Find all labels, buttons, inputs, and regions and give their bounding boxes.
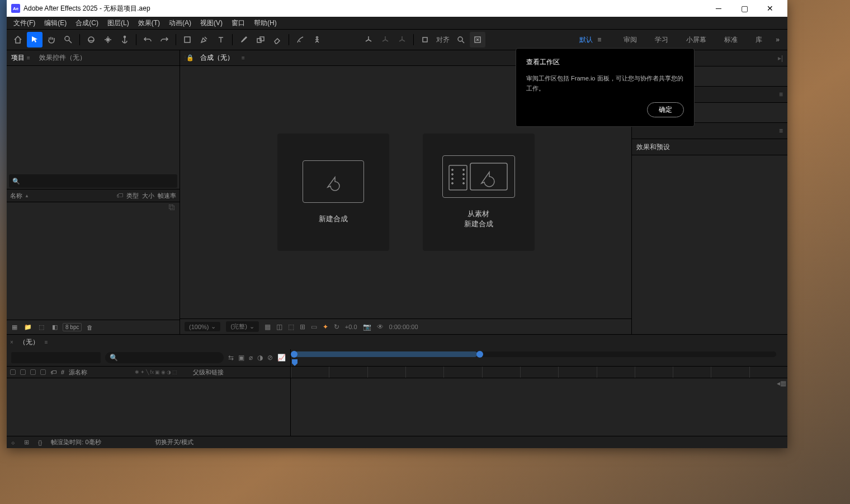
tooltip-ok-button[interactable]: 确定 <box>647 102 684 117</box>
hamburger-icon[interactable]: ≡ <box>593 36 606 44</box>
exposure-value[interactable]: +0.0 <box>345 324 357 330</box>
timecode[interactable]: 0:00:00:00 <box>389 324 418 330</box>
comp-mini-flowchart-icon[interactable]: ⇆ <box>228 354 234 362</box>
workspace-standard[interactable]: 标准 <box>715 30 747 50</box>
home-button[interactable] <box>10 32 26 47</box>
shy-icon[interactable]: ⌀ <box>249 354 253 362</box>
panel-grip-icon[interactable]: ⋮⋮ <box>180 55 185 61</box>
roi-icon[interactable]: ⬚ <box>288 323 294 331</box>
reset-exposure-icon[interactable]: ↻ <box>334 323 339 331</box>
toggle-modes-icon[interactable]: ⊞ <box>24 439 29 446</box>
col-size[interactable]: 大小 <box>142 192 154 200</box>
zoom-tool[interactable] <box>60 32 76 47</box>
menu-file[interactable]: 文件(F) <box>9 17 40 29</box>
eraser-tool[interactable] <box>270 32 285 47</box>
resolution-dropdown[interactable]: (完整) ⌄ <box>226 321 258 332</box>
timeline-layers[interactable] <box>7 378 290 436</box>
label-icon[interactable]: 🏷 <box>116 192 123 199</box>
hamburger-icon[interactable]: ≡ <box>779 127 783 135</box>
zoom-handle-left[interactable] <box>291 351 298 358</box>
playhead-icon[interactable] <box>292 359 298 366</box>
puppet-tool[interactable] <box>309 32 325 47</box>
adjust-icon[interactable]: ◧ <box>49 322 60 332</box>
lock-header-icon[interactable] <box>40 369 46 375</box>
zoom-dropdown[interactable]: (100%) ⌄ <box>185 322 220 331</box>
menu-comp[interactable]: 合成(C) <box>71 17 103 29</box>
3d-axis-view-icon[interactable] <box>394 32 410 47</box>
undo-icon[interactable] <box>140 32 155 47</box>
bpc-indicator[interactable]: 8 bpc <box>63 323 82 331</box>
clone-tool[interactable] <box>253 32 268 47</box>
orbit-tool[interactable] <box>83 32 99 47</box>
hand-tool[interactable] <box>44 32 59 47</box>
workspace-overflow-icon[interactable]: » <box>771 36 784 44</box>
hamburger-icon[interactable]: ≡ <box>779 91 783 98</box>
flowchart-icon[interactable]: ⿻ <box>169 204 175 211</box>
workspace-review[interactable]: 审阅 <box>615 30 646 50</box>
graph-editor-icon[interactable]: 📈 <box>277 354 286 362</box>
guides-icon[interactable]: ▭ <box>311 323 317 331</box>
snap-toggle[interactable] <box>417 32 433 47</box>
text-tool[interactable] <box>213 32 229 47</box>
new-comp-from-footage-card[interactable]: 从素材新建合成 <box>423 134 535 251</box>
grid-icon[interactable]: ⊞ <box>300 323 305 331</box>
menu-effect[interactable]: 效果(T) <box>134 17 164 29</box>
solo-header-icon[interactable] <box>30 369 36 375</box>
toggle-switches-icon[interactable]: ⟐ <box>11 439 15 446</box>
index-header[interactable]: # <box>61 369 64 375</box>
tab-project[interactable]: 项目≡ <box>7 50 35 65</box>
snapshot-icon[interactable]: 📷 <box>363 323 371 331</box>
audio-header-icon[interactable] <box>20 369 26 375</box>
hamburger-icon[interactable]: ≡ <box>238 55 248 61</box>
lock-icon[interactable]: 🔒 <box>185 53 196 63</box>
snapping-extend-icon[interactable] <box>470 32 485 47</box>
close-icon[interactable]: × <box>7 339 17 345</box>
new-comp-icon[interactable]: ⬚ <box>36 322 47 332</box>
window-maximize-button[interactable]: ▢ <box>731 0 757 17</box>
project-item-list[interactable] <box>7 212 180 320</box>
redo-icon[interactable] <box>157 32 172 47</box>
col-type[interactable]: 类型 <box>126 192 139 200</box>
toggle-in-out-icon[interactable]: {} <box>38 439 42 446</box>
mask-toggle-icon[interactable]: ◫ <box>276 323 282 331</box>
marker-bin-icon[interactable]: ◂▦ <box>777 379 786 387</box>
pen-tool[interactable] <box>196 32 212 47</box>
timeline-tab-none[interactable]: （无） <box>17 337 41 347</box>
col-fps[interactable]: 帧速率 <box>158 192 176 200</box>
brush-tool[interactable] <box>236 32 252 47</box>
transparency-grid-icon[interactable]: ▦ <box>265 323 271 331</box>
3d-axis-local-icon[interactable] <box>361 32 376 47</box>
3d-axis-world-icon[interactable] <box>377 32 393 47</box>
timecode-input[interactable] <box>11 352 101 363</box>
menu-window[interactable]: 窗口 <box>227 17 249 29</box>
nav-forward-icon[interactable]: ▸| <box>778 54 783 62</box>
col-source-name[interactable]: 源名称 <box>69 368 130 377</box>
toggle-switches-modes[interactable]: 切换开关/模式 <box>155 438 193 446</box>
window-close-button[interactable]: ✕ <box>757 0 783 17</box>
new-composition-card[interactable]: 新建合成 <box>277 134 389 251</box>
time-ruler[interactable] <box>291 366 787 378</box>
window-minimize-button[interactable]: ─ <box>706 0 731 17</box>
menu-view[interactable]: 视图(V) <box>196 17 227 29</box>
workspace-default[interactable]: 默认≡ <box>570 30 615 50</box>
menu-layer[interactable]: 图层(L) <box>103 17 134 29</box>
hamburger-icon[interactable]: ≡ <box>27 55 30 61</box>
trash-icon[interactable]: 🗑 <box>84 322 95 332</box>
selection-tool[interactable] <box>27 32 42 47</box>
col-parent-link[interactable]: 父级和链接 <box>193 368 224 377</box>
label-header-icon[interactable]: 🏷 <box>50 369 56 375</box>
new-folder-icon[interactable]: 📁 <box>22 322 34 332</box>
timeline-navigator[interactable] <box>292 351 776 357</box>
interpret-footage-icon[interactable]: ▦ <box>9 322 20 332</box>
search-tool-icon[interactable] <box>453 32 469 47</box>
workspace-small[interactable]: 小屏幕 <box>677 30 715 50</box>
tab-effect-controls[interactable]: 效果控件（无） <box>35 50 91 65</box>
roto-tool[interactable] <box>292 32 308 47</box>
menu-anim[interactable]: 动画(A) <box>164 17 196 29</box>
rectangle-tool[interactable] <box>180 32 195 47</box>
draft3d-icon[interactable]: ▣ <box>238 354 244 362</box>
color-mgmt-icon[interactable]: ✦ <box>323 323 328 331</box>
zoom-handle-right[interactable] <box>476 351 483 358</box>
tab-composition[interactable]: 合成（无） <box>196 50 238 65</box>
timeline-tracks[interactable]: ◂▦ <box>291 378 787 436</box>
